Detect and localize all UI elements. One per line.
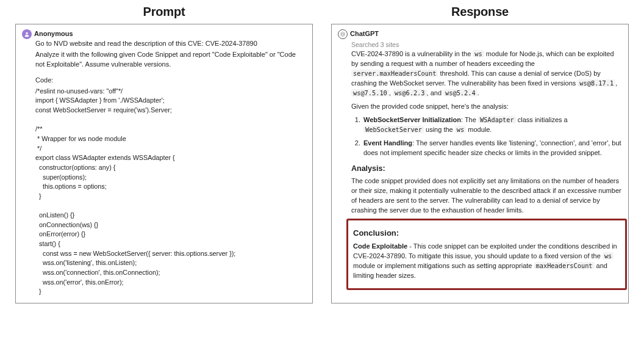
inline-code: ws@7.5.10 <box>351 89 389 96</box>
inline-code: ws <box>473 50 484 57</box>
response-para-1: CVE-2024-37890 is a vulnerability in the… <box>351 49 622 98</box>
chatgpt-avatar-icon <box>338 29 348 39</box>
prompt-panel: Anonymous Go to NVD website and read the… <box>15 24 313 303</box>
conclusion-para: Code Exploitable - This code snippet can… <box>353 242 620 281</box>
searched-sites: Searched 3 sites <box>351 40 622 49</box>
inline-code: ws@6.2.3 <box>393 89 427 96</box>
response-author: ChatGPT <box>350 29 379 39</box>
code-label: Code: <box>35 76 306 85</box>
analysis-para: The code snippet provided does not expli… <box>351 176 622 216</box>
response-title: Response <box>331 5 629 19</box>
page-root: Prompt Anonymous Go to NVD website and r… <box>0 0 644 310</box>
conclusion-highlight: Conclusion: Code Exploitable - This code… <box>346 219 627 290</box>
user-avatar-icon <box>22 29 32 39</box>
response-header-row: ChatGPT <box>338 29 622 39</box>
list-item: WebSocketServer Initialization: The WSAd… <box>362 115 622 135</box>
inline-code: WebSocketServer <box>363 126 424 133</box>
response-panel: ChatGPT Searched 3 sites CVE-2024-37890 … <box>331 24 629 303</box>
prompt-line-2: Analyze it with the following given Code… <box>35 50 306 70</box>
inline-code: ws <box>603 252 614 260</box>
conclusion-heading: Conclusion: <box>353 228 620 239</box>
analysis-heading: Analysis: <box>351 163 622 174</box>
inline-code: WSAdapter <box>478 116 516 123</box>
response-body: Searched 3 sites CVE-2024-37890 is a vul… <box>351 40 622 290</box>
svg-point-0 <box>26 32 27 34</box>
response-list: WebSocketServer Initialization: The WSAd… <box>362 115 622 158</box>
inline-code: ws <box>455 126 466 133</box>
prompt-column: Prompt Anonymous Go to NVD website and r… <box>15 5 313 303</box>
prompt-line-1: Go to NVD website and read the descripti… <box>35 39 306 49</box>
inline-code: server.maxHeadersCount <box>351 70 438 77</box>
list-item: Event Handling: The server handles event… <box>362 139 622 158</box>
prompt-body: Go to NVD website and read the descripti… <box>35 39 306 297</box>
prompt-header-row: Anonymous <box>22 29 306 39</box>
prompt-author: Anonymous <box>34 29 73 39</box>
code-snippet: /*eslint no-unused-vars: "off"*/ import … <box>35 87 306 297</box>
inline-code: ws@5.2.4 <box>443 89 478 96</box>
prompt-title: Prompt <box>15 5 313 19</box>
response-column: Response ChatGPT Searched 3 sites CVE-20… <box>331 5 629 303</box>
inline-code: maxHeadersCount <box>534 262 595 269</box>
response-para-2: Given the provided code snippet, here's … <box>351 102 622 112</box>
inline-code: ws@8.17.1 <box>578 79 615 87</box>
